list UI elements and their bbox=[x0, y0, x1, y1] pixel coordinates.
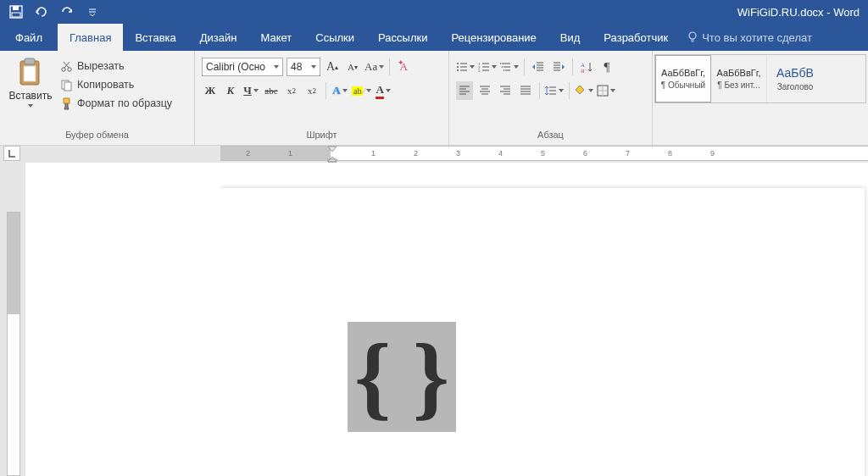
style-heading1[interactable]: АаБбВ Заголово bbox=[767, 55, 823, 102]
scissors-icon bbox=[59, 59, 73, 73]
window-title: WiFiGiD.RU.docx - Word bbox=[0, 6, 868, 19]
change-case-button[interactable]: Aa bbox=[364, 58, 384, 76]
vertical-ruler-gutter bbox=[0, 146, 25, 476]
line-spacing-button[interactable] bbox=[545, 81, 564, 100]
font-name-combo[interactable]: Calibri (Осно bbox=[202, 58, 283, 76]
svg-rect-6 bbox=[24, 66, 36, 81]
font-name-value: Calibri (Осно bbox=[206, 61, 265, 73]
group-clipboard: Вставить Вырезать Копировать Формат по о… bbox=[0, 51, 195, 145]
tab-review[interactable]: Рецензирование bbox=[439, 24, 548, 51]
borders-button[interactable] bbox=[597, 81, 615, 100]
horizontal-ruler[interactable]: 2 1 1 2 3 4 5 6 7 8 9 bbox=[220, 146, 868, 161]
brace-open: { bbox=[354, 330, 391, 423]
tab-file[interactable]: Файл bbox=[0, 24, 58, 51]
strikethrough-button[interactable]: abc bbox=[263, 81, 280, 100]
tell-me-label: Что вы хотите сделат bbox=[702, 31, 812, 44]
svg-text:3: 3 bbox=[478, 69, 481, 73]
title-bar: WiFiGiD.RU.docx - Word bbox=[0, 0, 868, 24]
group-paragraph-label: Абзац bbox=[449, 130, 652, 145]
format-painter-button[interactable]: Формат по образцу bbox=[59, 97, 172, 110]
bold-button[interactable]: Ж bbox=[202, 81, 219, 100]
group-clipboard-label: Буфер обмена bbox=[0, 130, 194, 145]
italic-button[interactable]: К bbox=[222, 81, 239, 100]
superscript-button[interactable]: x2 bbox=[303, 81, 320, 100]
shrink-font-button[interactable]: A▾ bbox=[344, 58, 361, 76]
show-marks-button[interactable]: ¶ bbox=[598, 58, 615, 76]
brace-close: } bbox=[413, 330, 449, 423]
tab-insert[interactable]: Вставка bbox=[123, 24, 187, 51]
style-normal[interactable]: АаБбВвГг, ¶ Обычный bbox=[655, 55, 711, 102]
tab-design[interactable]: Дизайн bbox=[188, 24, 249, 51]
svg-point-18 bbox=[500, 63, 501, 64]
svg-rect-5 bbox=[25, 58, 35, 64]
horizontal-ruler-row: 2 1 1 2 3 4 5 6 7 8 9 bbox=[25, 146, 868, 163]
sort-button[interactable]: AЯ bbox=[578, 58, 595, 76]
grow-font-button[interactable]: A▴ bbox=[324, 58, 341, 76]
format-painter-label: Формат по образцу bbox=[77, 97, 172, 109]
align-right-button[interactable] bbox=[497, 81, 514, 100]
text-effects-button[interactable]: A bbox=[331, 81, 348, 100]
font-color-button[interactable]: A bbox=[375, 81, 392, 100]
align-center-button[interactable] bbox=[476, 81, 493, 100]
font-size-value: 48 bbox=[291, 61, 302, 73]
group-styles: АаБбВвГг, ¶ Обычный АаБбВвГг, ¶ Без инт.… bbox=[653, 51, 868, 145]
font-size-combo[interactable]: 48 bbox=[287, 58, 320, 76]
group-font-label: Шрифт bbox=[195, 130, 448, 145]
page[interactable]: { } bbox=[220, 188, 865, 476]
clear-formatting-button[interactable]: A✦ bbox=[395, 58, 412, 76]
highlight-button[interactable]: ab∕ bbox=[352, 81, 371, 100]
document-viewport: { } bbox=[220, 163, 868, 476]
tab-mailings[interactable]: Рассылки bbox=[366, 24, 439, 51]
vertical-ruler[interactable] bbox=[7, 212, 20, 476]
cut-button[interactable]: Вырезать bbox=[59, 59, 172, 73]
svg-point-3 bbox=[689, 32, 696, 39]
subscript-button[interactable]: x2 bbox=[283, 81, 300, 100]
tab-layout[interactable]: Макет bbox=[248, 24, 303, 51]
lightbulb-icon bbox=[687, 31, 698, 43]
tell-me-search[interactable]: Что вы хотите сделат bbox=[687, 24, 812, 51]
decrease-indent-button[interactable] bbox=[530, 58, 547, 76]
paste-label: Вставить bbox=[9, 90, 53, 102]
shading-button[interactable] bbox=[575, 81, 593, 100]
copy-label: Копировать bbox=[77, 79, 134, 91]
svg-point-7 bbox=[61, 67, 64, 70]
align-left-button[interactable] bbox=[456, 81, 473, 100]
numbering-button[interactable]: 123 bbox=[478, 58, 497, 76]
tab-home[interactable]: Главная bbox=[58, 24, 123, 51]
multilevel-list-button[interactable] bbox=[500, 58, 519, 76]
tab-view[interactable]: Вид bbox=[548, 24, 593, 51]
styles-gallery[interactable]: АаБбВвГг, ¶ Обычный АаБбВвГг, ¶ Без инт.… bbox=[654, 54, 866, 103]
paste-button[interactable]: Вставить bbox=[5, 54, 56, 126]
svg-point-14 bbox=[457, 69, 459, 71]
group-paragraph: 123 AЯ ¶ bbox=[449, 51, 653, 145]
increase-indent-button[interactable] bbox=[550, 58, 567, 76]
ribbon-tabs: Файл Главная Вставка Дизайн Макет Ссылки… bbox=[0, 24, 868, 51]
indent-marker-icon[interactable] bbox=[327, 146, 339, 163]
tab-references[interactable]: Ссылки bbox=[303, 24, 366, 51]
svg-point-8 bbox=[67, 67, 70, 70]
svg-point-19 bbox=[502, 66, 504, 68]
underline-button[interactable]: Ч bbox=[242, 81, 259, 100]
bullets-button[interactable] bbox=[456, 58, 475, 76]
tab-developer[interactable]: Разработчик bbox=[592, 24, 680, 51]
svg-rect-11 bbox=[64, 98, 70, 103]
tab-selector[interactable] bbox=[3, 146, 20, 161]
ribbon: Вставить Вырезать Копировать Формат по о… bbox=[0, 51, 868, 146]
clipboard-icon bbox=[17, 58, 44, 86]
copy-button[interactable]: Копировать bbox=[59, 78, 172, 91]
cut-label: Вырезать bbox=[77, 60, 125, 72]
copy-icon bbox=[59, 78, 73, 91]
equation-placeholder[interactable]: { } bbox=[348, 322, 456, 432]
svg-point-12 bbox=[457, 63, 459, 64]
svg-rect-10 bbox=[64, 82, 71, 91]
svg-point-13 bbox=[457, 66, 459, 68]
svg-text:Я: Я bbox=[581, 68, 585, 73]
style-no-spacing[interactable]: АаБбВвГг, ¶ Без инт... bbox=[711, 55, 767, 102]
group-font: Calibri (Осно 48 A▴ A▾ Aa A✦ Ж К bbox=[195, 51, 449, 145]
paintbrush-icon bbox=[59, 97, 73, 110]
justify-button[interactable] bbox=[517, 81, 534, 100]
svg-point-20 bbox=[504, 69, 505, 71]
